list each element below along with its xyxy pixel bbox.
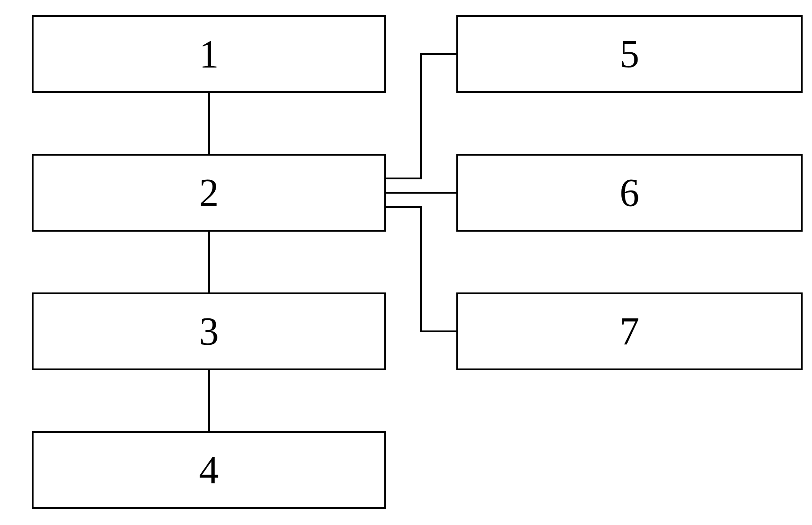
connector-2-7-v <box>420 206 422 332</box>
connector-2-7-h1 <box>386 206 422 208</box>
box-4-label: 4 <box>199 450 219 490</box>
connector-2-6 <box>386 192 456 194</box>
connector-2-3 <box>208 232 210 292</box>
box-2: 2 <box>32 154 386 232</box>
box-3-label: 3 <box>199 312 219 351</box>
box-1-label: 1 <box>199 34 219 74</box>
connector-1-2 <box>208 93 210 154</box>
box-4: 4 <box>32 431 386 509</box>
box-5-label: 5 <box>620 34 639 74</box>
box-7-label: 7 <box>620 312 639 351</box>
connector-2-5-h2 <box>420 53 456 55</box>
box-3: 3 <box>32 292 386 370</box>
box-2-label: 2 <box>199 173 219 212</box>
box-5: 5 <box>456 15 803 93</box>
connector-3-4 <box>208 370 210 431</box>
connector-2-5-h1 <box>386 178 422 179</box>
box-1: 1 <box>32 15 386 93</box>
box-7: 7 <box>456 292 803 370</box>
connector-2-5-v <box>420 53 422 179</box>
box-6: 6 <box>456 154 803 232</box>
connector-2-7-h2 <box>420 330 456 332</box>
diagram-canvas: 1 2 3 4 5 6 7 <box>0 0 812 525</box>
box-6-label: 6 <box>620 173 639 212</box>
